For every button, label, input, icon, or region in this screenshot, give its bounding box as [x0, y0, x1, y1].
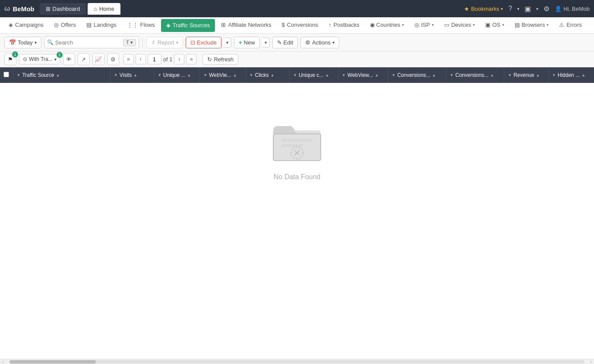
help-chevron-icon: ▾ [517, 6, 519, 11]
plus-icon: + [239, 39, 242, 46]
new-dropdown-button[interactable]: ▾ [262, 38, 270, 47]
nav-campaigns[interactable]: ◈ Campaigns [3, 17, 49, 34]
bookmarks-button[interactable]: ★ Bookmarks ▾ [464, 6, 503, 12]
settings-icon[interactable]: ⚙ [543, 5, 550, 13]
col-checkbox[interactable] [0, 67, 13, 83]
col-traffic-source[interactable]: ▼ Traffic Source ▲ [13, 67, 110, 83]
nav-isp[interactable]: ◎ ISP ▾ [409, 17, 439, 34]
col-source-sort-icon: ▼ [17, 73, 21, 77]
eye-button[interactable]: 👁 [63, 53, 75, 65]
dashboard-icon: ⊞ [46, 6, 51, 12]
chart-button[interactable]: 📈 [92, 53, 104, 65]
col-webview[interactable]: ▼ WebVie... ▲ [200, 67, 246, 83]
table-wrapper: ▼ Traffic Source ▲ ▼ Visits ▲ [0, 67, 594, 359]
eye-icon: 👁 [66, 56, 72, 63]
col-revenue[interactable]: ▼ Revenue ▲ [504, 67, 548, 83]
col-unique-c[interactable]: ▼ Unique c... ▲ [289, 67, 338, 83]
filter-icon: ⊙ [23, 56, 27, 62]
home-icon: ⌂ [94, 6, 97, 12]
browsers-chevron-icon: ▾ [547, 22, 549, 27]
isp-icon: ◎ [414, 22, 419, 28]
search-wrapper: 🔍 T ▾ [44, 36, 139, 48]
user-icon: 👤 [555, 6, 562, 12]
with-tra-button[interactable]: ⊙ With Tra... ▾ [19, 54, 60, 64]
chart-icon: 📈 [95, 56, 102, 63]
nav-devices[interactable]: ▭ Devices ▾ [439, 17, 480, 34]
col-conversions2[interactable]: ▼ Conversions... ▲ [446, 67, 504, 83]
devices-icon: ▭ [444, 22, 449, 28]
monitor-icon[interactable]: ▣ [524, 5, 531, 13]
col-hidden-asc-icon: ▲ [581, 73, 585, 77]
search-type-button[interactable]: T ▾ [123, 39, 136, 46]
help-icon[interactable]: ? [508, 5, 512, 13]
col-conversions2-sort-icon: ▼ [450, 73, 454, 77]
nav-flows[interactable]: ⋮⋮ Flows [122, 17, 160, 34]
nav-conversions[interactable]: $ Conversions [277, 17, 324, 34]
tab-dashboard[interactable]: ⊞ Dashboard [40, 3, 86, 15]
page-input[interactable] [148, 54, 161, 64]
page-next-button[interactable]: › [174, 54, 184, 64]
actions-chevron-icon: ▾ [332, 40, 335, 45]
col-clicks[interactable]: ▼ Clicks ▲ [246, 67, 289, 83]
svg-rect-3 [282, 144, 303, 147]
page-last-button[interactable]: » [186, 54, 196, 64]
page-of-label: of 1 [163, 56, 173, 63]
page-first-button[interactable]: « [123, 54, 134, 64]
today-chevron-icon: ▾ [35, 40, 37, 45]
with-tra-badge: 2 [57, 52, 63, 58]
tab-home[interactable]: ⌂ Home [88, 3, 120, 15]
nav-browsers[interactable]: ▤ Browsers ▾ [509, 17, 554, 34]
new-button[interactable]: + New [234, 37, 260, 48]
search-input[interactable] [55, 39, 121, 46]
col-clicks-sort-icon: ▼ [250, 73, 253, 77]
col-unique-c-asc-icon: ▲ [325, 73, 329, 77]
col-unique-v[interactable]: ▼ Unique ... ▲ [154, 67, 200, 83]
exclude-dropdown-button[interactable]: ▾ [224, 38, 231, 47]
actions-button[interactable]: ⚙ Actions ▾ [300, 37, 339, 48]
edit-button[interactable]: ✎ Edit [272, 37, 298, 48]
nav-traffic-sources[interactable]: ◈ Traffic Sources [161, 19, 215, 32]
col-hidden[interactable]: ▼ Hidden ... ▲ [548, 67, 594, 83]
share-icon: ↗ [81, 56, 86, 63]
nav-errors[interactable]: ⚠ Errors [554, 17, 587, 34]
settings-columns-button[interactable]: ⚙ [107, 53, 119, 65]
nav-countries[interactable]: ◉ Countries ▾ [365, 17, 410, 34]
col-visits[interactable]: ▼ Visits ▲ [110, 67, 154, 83]
logo: ω BeMob [4, 5, 35, 13]
devices-chevron-icon: ▾ [473, 22, 475, 27]
flows-icon: ⋮⋮ [127, 22, 138, 28]
scroll-right-arrow[interactable]: › [588, 359, 594, 364]
nav-os[interactable]: ▣ OS ▾ [480, 17, 509, 34]
scroll-left-arrow[interactable]: ‹ [0, 359, 6, 364]
col-conversions1[interactable]: ▼ Conversions... ▲ [388, 67, 446, 83]
nav-postbacks[interactable]: ↑ Postbacks [323, 17, 364, 34]
col-webview-sort-icon: ▼ [203, 73, 207, 77]
next-page-icon: › [178, 56, 180, 62]
nav-affiliate-networks[interactable]: ⊞ Affiliate Networks [216, 17, 276, 34]
scrollbar-track[interactable] [9, 360, 585, 364]
postbacks-icon: ↑ [329, 22, 332, 28]
top-nav-left: ω BeMob ⊞ Dashboard ⌂ Home [4, 3, 120, 15]
today-button[interactable]: 📅 Today ▾ [4, 37, 41, 48]
chevron-down-icon: ▾ [501, 6, 503, 11]
share-button[interactable]: ↗ [78, 53, 90, 65]
traffic-sources-icon: ◈ [166, 22, 171, 28]
svg-rect-2 [282, 139, 312, 142]
col-webview2-sort-icon: ▼ [342, 73, 346, 77]
logo-icon: ω [4, 5, 10, 13]
refresh-button[interactable]: ↻ Refresh [202, 54, 238, 65]
landings-icon: ▤ [86, 22, 92, 28]
user-menu[interactable]: 👤 Hi, BeMob [555, 6, 590, 12]
page-prev-button[interactable]: ‹ [136, 54, 146, 64]
col-unique-v-sort-icon: ▼ [158, 73, 161, 77]
flag-button[interactable]: ⚑ 1 [4, 53, 16, 65]
select-all-checkbox[interactable] [3, 72, 9, 77]
col-webview2[interactable]: ▼ WebView... ▲ [338, 67, 388, 83]
exclude-icon: ⊡ [190, 39, 195, 46]
star-icon: ★ [464, 6, 469, 12]
exclude-button[interactable]: ⊡ Exclude [186, 37, 221, 48]
report-button[interactable]: ✗ Report ▾ [146, 37, 183, 48]
scrollbar-thumb[interactable] [9, 360, 96, 364]
nav-landings[interactable]: ▤ Landings [81, 17, 122, 34]
nav-offers[interactable]: ◎ Offers [49, 17, 81, 34]
